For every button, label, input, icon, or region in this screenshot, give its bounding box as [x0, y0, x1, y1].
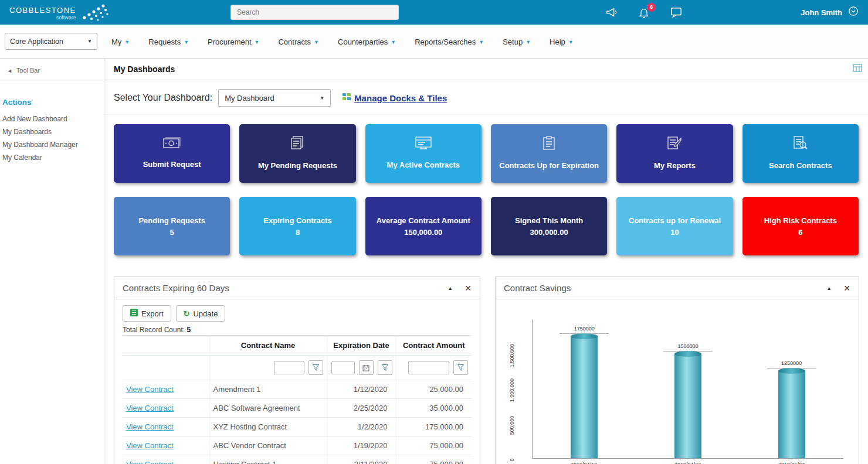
filter-cell-empty — [123, 356, 209, 380]
tile-signed-this-month[interactable]: Signed This Month 300,000.00 — [491, 197, 607, 255]
table-row: View Contract Amendment 1 1/12/2020 25,0… — [123, 380, 472, 399]
tile-pending-requests-count[interactable]: Pending Requests 5 — [114, 197, 230, 255]
nav-item-contracts[interactable]: Contracts ▼ — [278, 37, 319, 46]
contract-amount-cell: 35,000.00 — [396, 399, 472, 418]
chevron-down-icon: ▼ — [124, 39, 130, 45]
chevron-down-icon: ▼ — [314, 39, 319, 45]
tile-my-reports[interactable]: My Reports — [616, 124, 733, 183]
contract-name-cell: ABC Vendor Contract — [209, 436, 327, 455]
close-panel-icon[interactable]: ✕ — [843, 284, 850, 293]
contract-name-cell: XYZ Hosting Contract — [209, 418, 327, 436]
manage-docks-tiles-link[interactable]: Manage Docks & Tiles — [343, 93, 447, 103]
search-input[interactable] — [230, 5, 399, 20]
nav-item-setup[interactable]: Setup ▼ — [503, 37, 531, 46]
calendar-icon[interactable] — [359, 360, 374, 375]
nav-item-counterparties[interactable]: Counterparties ▼ — [338, 37, 396, 46]
y-tick-label: 500,000 — [509, 415, 515, 435]
view-contract-link[interactable]: View Contract — [126, 441, 174, 450]
nav-item-help[interactable]: Help ▼ — [550, 37, 574, 46]
dashboard-grid-icon[interactable] — [853, 64, 862, 74]
tile-my-active-contracts[interactable]: My Active Contracts — [365, 124, 482, 183]
filter-funnel-icon[interactable] — [378, 360, 392, 375]
contract-name-cell: ABC Software Agreement — [209, 399, 327, 418]
tile-search-contracts[interactable]: Search Contracts — [742, 124, 859, 183]
nav-item-procurement[interactable]: Procurement ▼ — [208, 37, 259, 46]
bar — [778, 371, 805, 458]
sidebar: ◄ Tool Bar Actions Add New Dashboard My … — [0, 59, 104, 464]
chevron-down-icon: ▼ — [525, 39, 531, 45]
chevron-down-icon: ▼ — [479, 39, 484, 45]
nav-item-label: Setup — [503, 37, 523, 46]
tile-submit-request[interactable]: Submit Request — [114, 124, 230, 183]
nav-item-label: My — [111, 37, 121, 46]
tile-label: Search Contracts — [769, 161, 832, 171]
page-title: My Dashboards — [114, 64, 175, 74]
announcements-icon[interactable] — [605, 6, 618, 18]
date-filter-input[interactable] — [331, 361, 355, 374]
contract-amount-cell: 75,000.00 — [396, 436, 472, 455]
tiles-icon — [343, 93, 351, 103]
cobblestone-logo: COBBLESTONE software — [9, 2, 110, 25]
expiration-date-cell: 1/12/2020 — [327, 380, 396, 399]
nav-item-requests[interactable]: Requests ▼ — [148, 37, 189, 46]
tile-average-contract-amount[interactable]: Average Contract Amount 150,000.00 — [365, 197, 482, 255]
contract-amount-cell: 25,000.00 — [396, 380, 472, 399]
record-count-value: 5 — [187, 326, 191, 334]
search-document-icon — [794, 136, 808, 152]
nav-item-label: Reports/Searches — [415, 37, 476, 46]
export-button[interactable]: Export — [123, 305, 171, 322]
tile-expiring-contracts-count[interactable]: Expiring Contracts 8 — [239, 197, 355, 255]
messages-icon[interactable] — [670, 6, 683, 18]
toolbar-collapse-toggle[interactable]: ◄ Tool Bar — [0, 59, 104, 80]
view-contract-link[interactable]: View Contract — [126, 422, 174, 431]
tile-contracts-up-for-renewal[interactable]: Contracts up for Renewal 10 — [616, 197, 733, 255]
nav-item-my[interactable]: My ▼ — [111, 37, 130, 46]
table-header-row: Contract Name Expiration Date Contract A… — [123, 336, 472, 356]
name-filter-input[interactable] — [274, 361, 304, 374]
amount-filter-input[interactable] — [408, 361, 449, 374]
update-button[interactable]: ↻ Update — [176, 305, 226, 322]
tile-label: Submit Request — [143, 159, 201, 170]
nav-item-reports-searches[interactable]: Reports/Searches ▼ — [415, 37, 484, 46]
view-contract-link[interactable]: View Contract — [126, 460, 174, 464]
chevron-down-icon: ▼ — [87, 39, 92, 44]
sidebar-item-my-dashboards[interactable]: My Dashboards — [1, 125, 104, 138]
column-header-expiration-date: Expiration Date — [327, 336, 396, 356]
contract-savings-panel: Contract Savings ▲ ✕ 1,500,0001,000,0005… — [495, 277, 859, 464]
tile-value: 5 — [170, 228, 174, 237]
clipboard-icon — [543, 136, 555, 152]
sidebar-item-my-dashboard-manager[interactable]: My Dashboard Manager — [1, 138, 104, 151]
manage-link-label: Manage Docks & Tiles — [354, 93, 447, 103]
filter-funnel-icon[interactable] — [308, 360, 323, 375]
dashboard-select[interactable]: My Dashboard ▼ — [218, 89, 331, 107]
dashboard-select-label: Select Your Dashboard: — [114, 93, 212, 103]
notifications-bell-icon[interactable]: 6 — [638, 6, 650, 19]
main-nav: My ▼ Requests ▼ Procurement ▼ Contracts … — [111, 25, 574, 59]
tile-label: Contracts up for Renewal — [629, 216, 721, 226]
bar-column: 1500000 — [637, 343, 740, 459]
user-menu-chevron-icon[interactable] — [848, 6, 859, 19]
tile-contracts-up-for-expiration[interactable]: Contracts Up for Expiration — [491, 124, 607, 183]
tile-label: Average Contract Amount — [377, 216, 470, 226]
nav-item-label: Requests — [148, 37, 181, 46]
main-content: My Dashboards Select Your Dashboard: My … — [104, 59, 868, 464]
filter-cell-amount — [396, 356, 472, 380]
view-contract-link[interactable]: View Contract — [126, 404, 174, 412]
sidebar-item-my-calendar[interactable]: My Calendar — [1, 151, 104, 164]
collapse-panel-icon[interactable]: ▲ — [447, 285, 453, 291]
dashboard-tiles: Submit Request My Pending Requests — [104, 115, 868, 255]
tile-high-risk-contracts[interactable]: High Risk Contracts 6 — [742, 197, 859, 255]
bar — [571, 336, 598, 458]
view-contract-link[interactable]: View Contract — [126, 385, 174, 394]
sidebar-item-add-new-dashboard[interactable]: Add New Dashboard — [1, 112, 104, 125]
application-select[interactable]: Core Application ▼ — [5, 33, 97, 50]
table-row: View Contract ABC Vendor Contract 1/19/2… — [123, 436, 472, 455]
collapse-panel-icon[interactable]: ▲ — [826, 285, 832, 291]
tile-my-pending-requests[interactable]: My Pending Requests — [239, 124, 355, 183]
logo-subtext: software — [9, 15, 76, 21]
filter-funnel-icon[interactable] — [453, 360, 468, 375]
close-panel-icon[interactable]: ✕ — [464, 284, 472, 293]
x-tick-label: 2019/04/23 — [636, 462, 740, 464]
y-tick-label: 1,500,000 — [509, 343, 515, 367]
chevron-down-icon: ▼ — [568, 39, 574, 45]
